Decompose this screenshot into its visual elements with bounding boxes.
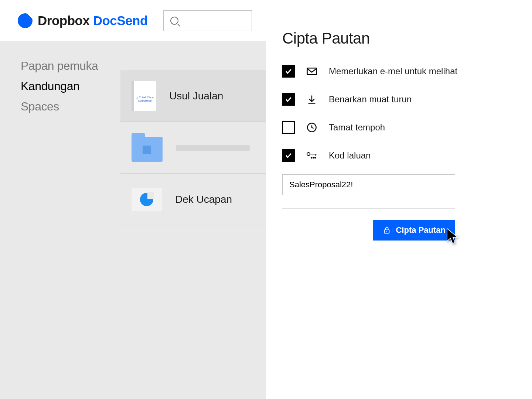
download-icon — [306, 93, 318, 105]
sidebar-item-content[interactable]: Kandungan — [21, 79, 120, 93]
sidebar-item-dashboard[interactable]: Papan pemuka — [21, 59, 120, 73]
checkbox-expiration[interactable] — [282, 121, 295, 134]
action-row: Cipta Pautan — [282, 220, 455, 241]
create-link-panel: Cipta Pautan Memerlukan e-mel untuk meli… — [266, 0, 532, 399]
option-label: Benarkan muat turun — [329, 94, 412, 105]
brand-text: Dropbox DocSend — [38, 13, 148, 28]
pitch-deck-thumbnail-icon — [132, 188, 162, 211]
checkbox-allow-download[interactable] — [282, 93, 295, 106]
option-expiration: Tamat tempoh — [282, 121, 514, 134]
brand-logo: Dropbox DocSend — [18, 13, 148, 28]
option-allow-download: Benarkan muat turun — [282, 93, 514, 106]
svg-point-8 — [313, 157, 314, 158]
option-label: Kod laluan — [329, 150, 371, 161]
option-passcode: Kod laluan — [282, 149, 514, 162]
lock-icon — [383, 226, 391, 234]
document-thumbnail-icon: ◎ Cobalt CircleCorporation — [132, 81, 156, 111]
content-row-placeholder — [176, 145, 250, 151]
content-row-label: Usul Jualan — [169, 90, 223, 102]
sidebar: Papan pemuka Kandungan Spaces — [0, 41, 120, 399]
panel-title: Cipta Pautan — [282, 30, 514, 47]
checkbox-require-email[interactable] — [282, 65, 295, 78]
passcode-input[interactable] — [282, 174, 455, 195]
svg-point-4 — [307, 153, 310, 156]
option-require-email: Memerlukan e-mel untuk melihat — [282, 65, 514, 78]
divider — [282, 208, 455, 209]
sidebar-item-spaces[interactable]: Spaces — [21, 100, 120, 113]
clock-icon — [306, 122, 318, 133]
search-input-wrapper[interactable] — [163, 10, 252, 31]
svg-rect-0 — [307, 68, 317, 75]
mail-icon — [306, 65, 318, 77]
svg-point-9 — [315, 157, 316, 158]
content-row-label: Dek Ucapan — [175, 194, 232, 205]
folder-icon — [132, 137, 163, 162]
svg-point-7 — [311, 157, 312, 158]
dropbox-docsend-logo-icon — [18, 13, 33, 28]
create-link-button[interactable]: Cipta Pautan — [373, 220, 455, 241]
option-label: Memerlukan e-mel untuk melihat — [329, 66, 457, 76]
search-icon — [170, 17, 178, 25]
key-icon — [306, 150, 318, 161]
checkbox-passcode[interactable] — [282, 149, 295, 162]
option-label: Tamat tempoh — [329, 122, 385, 133]
